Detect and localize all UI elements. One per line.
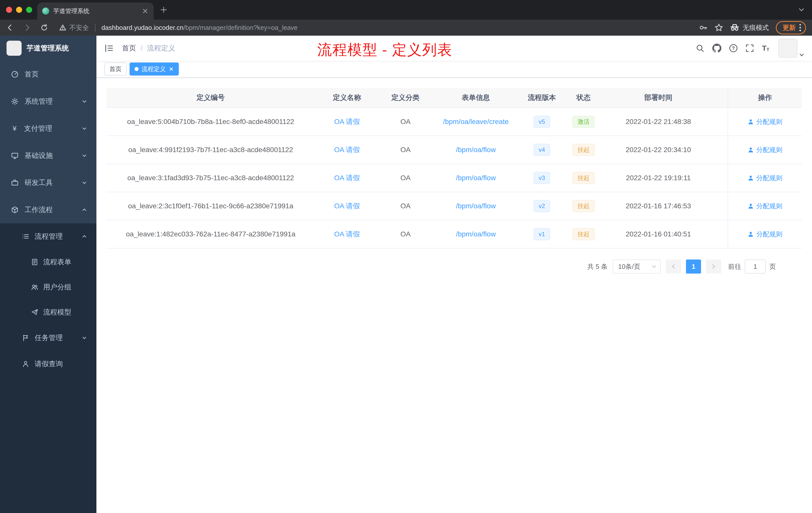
sidebar-item-label: 系统管理 [25,97,53,106]
col-definition-name: 定义名称 [315,88,379,108]
security-chip[interactable]: 不安全 [59,23,89,32]
definition-name-link[interactable]: OA 请假 [334,145,360,155]
sidebar-item-infrastructure[interactable]: 基础设施 [0,142,96,169]
breadcrumb-home[interactable]: 首页 [122,43,136,53]
users-icon [31,283,38,291]
sidebar-item-payment[interactable]: ¥ 支付管理 [0,115,96,142]
form-link[interactable]: /bpm/oa/flow [456,174,496,182]
assign-rule-button[interactable]: 分配规则 [748,202,782,211]
status-badge: 挂起 [573,172,594,184]
cell-category: OA [379,164,432,192]
forward-button[interactable] [23,24,31,32]
tab-close-icon[interactable] [142,7,149,14]
caret-down-icon[interactable] [799,52,805,58]
assign-rule-button[interactable]: 分配规则 [748,230,782,239]
cell-deploy-time: 2022-01-22 19:19:11 [603,164,714,192]
reload-button[interactable] [40,24,48,32]
definition-name-link[interactable]: OA 请假 [334,173,360,183]
form-link[interactable]: /bpm/oa/leave/create [443,118,509,126]
sidebar-item-leave-query[interactable]: 请假查询 [0,351,96,377]
sidebar-item-label: 支付管理 [24,124,52,133]
status-badge: 激活 [573,116,594,128]
sidebar-item-process-model[interactable]: 流程模型 [0,300,96,325]
back-button[interactable] [6,24,14,32]
tag-home[interactable]: 首页 [105,62,126,76]
window-zoom-button[interactable] [26,7,32,13]
toolbar-right: 无痕模式 更新 [699,21,806,34]
next-page-button[interactable] [706,260,721,274]
definition-name-link[interactable]: OA 请假 [334,201,360,211]
goto-page-input[interactable] [745,260,766,274]
page-size-select[interactable]: 10条/页 [613,260,661,274]
sidebar-item-label: 流程管理 [35,232,63,241]
breadcrumb-current: 流程定义 [147,43,175,53]
logo-title: 芋道管理系统 [27,43,69,53]
breadcrumb: 首页 / 流程定义 [122,43,175,53]
font-size-icon[interactable]: TT [762,44,769,52]
url-domain: dashboard.yudao.iocoder.cn [102,24,183,31]
form-link[interactable]: /bpm/oa/flow [456,230,496,238]
form-link[interactable]: /bpm/oa/flow [456,146,496,154]
chevron-up-icon [81,207,87,213]
new-tab-button[interactable] [160,6,168,14]
tag-close-icon[interactable] [169,66,174,71]
cell-definition-name: OA 请假 [315,220,379,248]
sidebar-item-dev-tools[interactable]: 研发工具 [0,169,96,196]
user-icon [748,119,754,125]
search-icon[interactable] [696,44,704,53]
github-icon[interactable] [712,44,721,53]
sidebar-item-process-form[interactable]: 流程表单 [0,249,96,275]
cell-status: 挂起 [564,164,603,192]
action-label: 分配规则 [756,117,782,126]
action-label: 分配规则 [756,146,782,154]
definition-name-link[interactable]: OA 请假 [334,230,360,239]
browser-tab[interactable]: 芋道管理系统 [37,2,154,20]
sidebar-item-home[interactable]: 首页 [0,61,96,88]
cell-deploy-time: 2022-01-16 17:46:53 [603,192,714,220]
menu-dots-icon[interactable] [799,24,801,31]
hamburger-icon[interactable] [104,43,114,53]
window-close-button[interactable] [6,7,12,13]
sidebar-item-label: 工作流程 [25,205,53,215]
definition-name-link[interactable]: OA 请假 [334,117,360,126]
action-label: 分配规则 [756,230,782,239]
sidebar-item-process-management[interactable]: 流程管理 [0,223,96,249]
col-definition-category: 定义分类 [379,88,432,108]
fullscreen-icon[interactable] [746,44,754,53]
address-bar[interactable]: dashboard.yudao.iocoder.cn/bpm/manager/d… [102,24,297,32]
tab-search-chevron-icon[interactable] [798,6,805,13]
prev-page-button[interactable] [666,260,681,274]
table-row: oa_leave:4:991f2193-7b7f-11ec-a3c8-acde4… [107,136,802,164]
update-button[interactable]: 更新 [776,21,806,34]
red-annotation-title: 流程模型 - 定义列表 [317,40,453,60]
sidebar-item-system[interactable]: 系统管理 [0,88,96,115]
form-link[interactable]: /bpm/oa/flow [456,202,496,210]
assign-rule-button[interactable]: 分配规则 [748,174,782,182]
password-key-icon[interactable] [699,23,707,32]
page-number-button[interactable]: 1 [686,260,701,274]
page-content: 定义编号 定义名称 定义分类 表单信息 流程版本 状态 部署时间 操作 oa_l… [96,78,812,513]
url-path: /bpm/manager/definition?key=oa_leave [183,24,298,31]
monitor-icon [11,152,19,159]
cell-category: OA [379,220,432,248]
chevron-up-icon [81,233,87,239]
assign-rule-button[interactable]: 分配规则 [748,117,782,126]
list-icon [22,233,29,240]
cell-form-info: /bpm/oa/flow [432,220,520,248]
help-icon[interactable]: ? [729,44,737,52]
pagination: 共 5 条 10条/页 1 前往 页 [107,260,802,274]
assign-rule-button[interactable]: 分配规则 [748,146,782,154]
sidebar-item-task-management[interactable]: 任务管理 [0,325,96,351]
screen: 芋道管理系统 不安全 dashboard.yudao.iocoder.cn/bp… [0,0,812,513]
bookmark-star-icon[interactable] [715,23,723,32]
tag-process-definition[interactable]: 流程定义 [129,62,179,76]
sidebar-item-user-group[interactable]: 用户分组 [0,275,96,300]
avatar[interactable] [778,39,798,58]
paper-plane-icon [31,309,38,316]
cell-version: v2 [520,192,564,220]
window-minimize-button[interactable] [16,7,22,13]
tab-title: 芋道管理系统 [53,7,138,15]
sidebar-item-workflow[interactable]: 工作流程 [0,196,96,223]
logo[interactable]: 芋道管理系统 [0,36,96,61]
cell-form-info: /bpm/oa/flow [432,136,520,163]
